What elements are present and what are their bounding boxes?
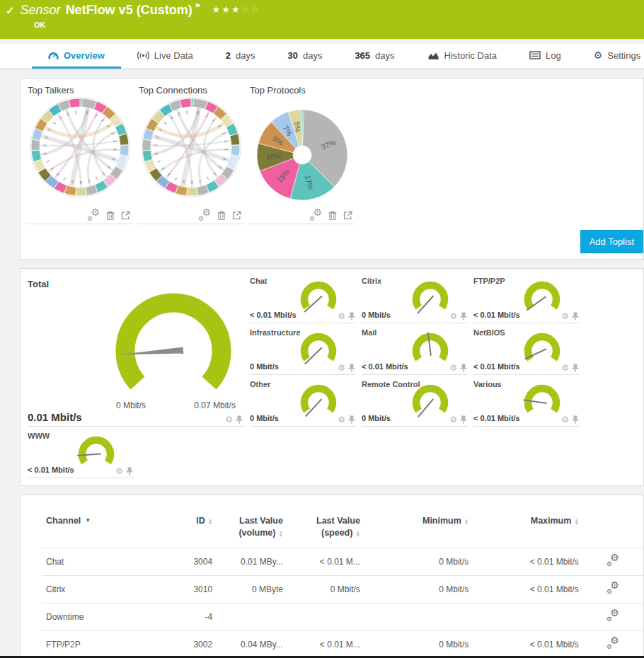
svg-text:5%: 5% [292, 121, 302, 133]
trash-icon[interactable] [328, 211, 337, 220]
channel-gauge-actions: ⚙ [449, 312, 467, 321]
column-header-last-value[interactable]: Last Value(volume)▲▼ [217, 504, 287, 548]
tab-365-days[interactable]: 365days [338, 44, 410, 69]
sort-arrows-icon[interactable]: ▲▼ [464, 518, 468, 525]
pin-icon[interactable] [460, 364, 467, 372]
total-gauge-cell[interactable]: Total 0 Mbit/s 0.07 Mbit/s 0.01 Mbit/s ⚙ [28, 275, 246, 427]
cell-channel[interactable]: Citrix [42, 575, 163, 603]
channel-gauge-netbios[interactable]: NetBIOS< 0.01 Mbit/s⚙ [473, 326, 580, 375]
filter-arrow-icon[interactable]: ▼ [85, 517, 91, 524]
channel-settings-gears-icon[interactable]: ⚙⚙ [607, 611, 619, 623]
pin-icon[interactable] [572, 364, 579, 372]
toplist-actions: ⚙⚙ [26, 209, 133, 224]
tab-label: Overview [64, 50, 105, 61]
gear-icon[interactable]: ⚙ [115, 467, 123, 475]
cell-channel[interactable]: FTP/P2P [42, 630, 163, 658]
tab-label: Log [546, 50, 561, 61]
add-toplist-button[interactable]: Add Toplist [580, 230, 643, 253]
tab-historic-data[interactable]: Historic Data [411, 44, 513, 69]
external-link-icon[interactable] [232, 211, 241, 220]
svg-text:1: 1 [224, 149, 228, 151]
gear-icon[interactable]: ⚙ [561, 364, 569, 372]
gears-icon[interactable]: ⚙⚙ [88, 210, 100, 221]
historic-data-icon [427, 51, 439, 60]
cell-minimum: 0 Mbit/s [364, 548, 473, 575]
column-header-minimum[interactable]: Minimum▲▼ [364, 504, 473, 548]
star-filled-icon[interactable]: ★ [212, 4, 222, 15]
priority-stars[interactable]: ★★★☆☆ [212, 4, 260, 15]
toplist-charts-row: Top Talkers52222212221225222122221222⚙⚙T… [21, 79, 643, 224]
tab-2-days[interactable]: 2days [209, 44, 272, 69]
cell-last-value-speed: < 0.01 M... [287, 630, 364, 658]
channel-gauge-chat[interactable]: Chat< 0.01 Mbit/s⚙ [250, 275, 356, 323]
gear-icon[interactable]: ⚙ [225, 415, 233, 424]
pin-icon[interactable] [460, 415, 467, 424]
trash-icon[interactable] [106, 211, 115, 220]
gear-icon[interactable]: ⚙ [561, 312, 569, 321]
cell-id: -4 [163, 603, 217, 630]
channel-gauge-various[interactable]: Various< 0.01 Mbit/s⚙ [473, 378, 580, 427]
column-header-id[interactable]: ID▲▼ [163, 504, 217, 548]
gear-icon[interactable]: ⚙ [449, 312, 457, 321]
star-filled-icon[interactable]: ★ [222, 4, 231, 15]
channel-gauge [522, 330, 563, 374]
channel-gauge-actions: ⚙ [449, 364, 467, 372]
pin-icon[interactable] [236, 415, 243, 424]
cell-channel[interactable]: Downtime [42, 603, 163, 630]
chord-chart[interactable]: 52222212221225222122221222 [26, 97, 133, 209]
sort-arrows-icon[interactable]: ▲▼ [208, 518, 212, 525]
star-filled-icon[interactable]: ★ [231, 4, 241, 15]
tab-live-data[interactable]: Live Data [121, 44, 209, 69]
pin-icon[interactable] [348, 364, 355, 372]
pin-icon[interactable] [572, 312, 579, 321]
gear-icon[interactable]: ⚙ [338, 312, 345, 321]
channel-gauge-actions: ⚙ [338, 364, 355, 372]
channel-gauge-remote-control[interactable]: Remote Control0 Mbit/s⚙ [362, 378, 468, 427]
column-header-maximum[interactable]: Maximum▲▼ [473, 504, 583, 548]
star-empty-icon[interactable]: ☆ [241, 4, 251, 15]
gear-icon[interactable]: ⚙ [561, 415, 569, 424]
channel-settings-gears-icon[interactable]: ⚙⚙ [607, 555, 619, 568]
cell-channel[interactable]: Chat [42, 548, 163, 575]
tab-overview[interactable]: Overview [32, 44, 121, 69]
tab-log[interactable]: Log [513, 44, 577, 69]
gear-icon[interactable]: ⚙ [338, 364, 345, 372]
svg-text:1: 1 [163, 121, 167, 125]
sort-arrows-icon[interactable]: ▲▼ [574, 518, 578, 525]
sort-arrows-icon[interactable]: ▲▼ [355, 530, 360, 537]
flag-icon[interactable]: ⚑ [195, 2, 201, 10]
channel-gauge-mail[interactable]: Mail< 0.01 Mbit/s⚙ [362, 326, 468, 375]
gears-icon[interactable]: ⚙⚙ [310, 210, 322, 221]
pie-chart[interactable]: 37%17%15%10%9%7%5% [248, 97, 355, 209]
gear-icon[interactable]: ⚙ [449, 364, 457, 372]
tab-settings[interactable]: ⚙Settings [577, 44, 644, 69]
chord-chart[interactable]: 52222212221225222122221222 [137, 97, 244, 209]
toplist-block-top-connections: Top Connections5222221222122522212222122… [137, 81, 244, 224]
star-empty-icon[interactable]: ☆ [251, 4, 260, 15]
pin-icon[interactable] [348, 312, 355, 321]
channel-gauge-other[interactable]: Other0 Mbit/s⚙ [250, 378, 356, 427]
pin-icon[interactable] [348, 415, 355, 424]
channel-gauge-www[interactable]: WWW< 0.01 Mbit/s⚙ [28, 429, 134, 478]
tab-30-days[interactable]: 30days [271, 44, 338, 69]
sort-arrows-icon[interactable]: ▲▼ [278, 530, 282, 537]
svg-text:1: 1 [156, 160, 161, 163]
pin-icon[interactable] [460, 312, 467, 321]
external-link-icon[interactable] [121, 211, 130, 220]
pin-icon[interactable] [126, 467, 133, 475]
column-header-channel[interactable]: Channel▼ [42, 504, 163, 548]
column-header-last-value[interactable]: Last Value(speed)▲▼ [287, 504, 364, 548]
log-icon [529, 51, 541, 59]
channel-gauge-ftp-p2p[interactable]: FTP/P2P< 0.01 Mbit/s⚙ [473, 275, 580, 323]
trash-icon[interactable] [217, 211, 226, 220]
channel-gauge-citrix[interactable]: Citrix0 Mbit/s⚙ [362, 275, 468, 323]
channel-settings-gears-icon[interactable]: ⚙⚙ [607, 583, 619, 596]
gauges-panel: Total 0 Mbit/s 0.07 Mbit/s 0.01 Mbit/s ⚙… [20, 268, 644, 486]
channel-settings-gears-icon[interactable]: ⚙⚙ [607, 638, 619, 651]
gears-icon[interactable]: ⚙⚙ [199, 210, 211, 221]
pin-icon[interactable] [572, 415, 579, 424]
external-link-icon[interactable] [343, 211, 352, 220]
gear-icon[interactable]: ⚙ [449, 415, 457, 424]
channel-gauge-infrastructure[interactable]: Infrastructure0 Mbit/s⚙ [250, 326, 356, 375]
gear-icon[interactable]: ⚙ [338, 415, 345, 424]
